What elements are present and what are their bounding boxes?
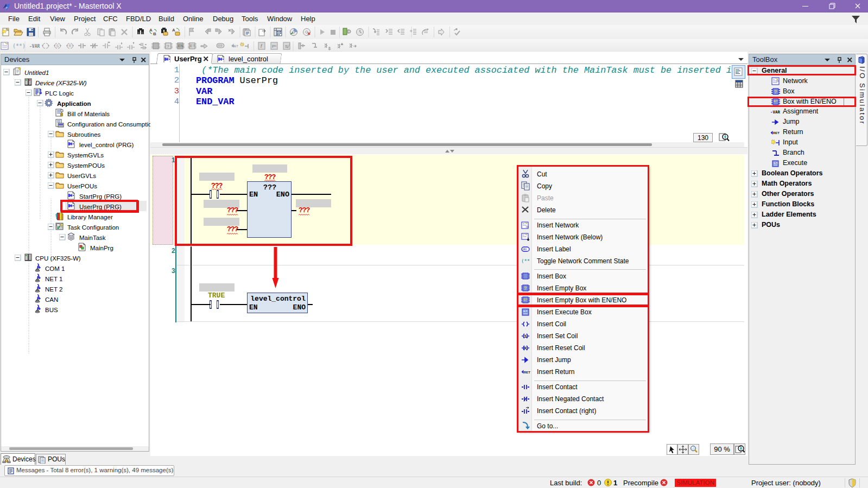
svg-text:S: S [285, 44, 288, 49]
svg-text:(**): (**) [12, 43, 26, 49]
svg-text:S: S [56, 44, 59, 48]
svg-text:RET: RET [773, 131, 780, 135]
svg-text:-VAR: -VAR [29, 44, 40, 49]
svg-text:A: A [172, 28, 175, 33]
svg-text:R: R [69, 44, 72, 48]
svg-text:RET: RET [232, 45, 238, 48]
svg-text:B: B [153, 31, 156, 36]
svg-text:Pⁿ: Pⁿ [272, 44, 276, 49]
svg-text:E?: E? [190, 44, 195, 48]
svg-text:EX: EX [774, 161, 778, 164]
svg-text:?: ? [774, 89, 777, 94]
svg-text:?: ? [167, 44, 169, 49]
svg-text:-VAR: -VAR [770, 110, 781, 115]
svg-text:EN: EN [178, 44, 183, 48]
